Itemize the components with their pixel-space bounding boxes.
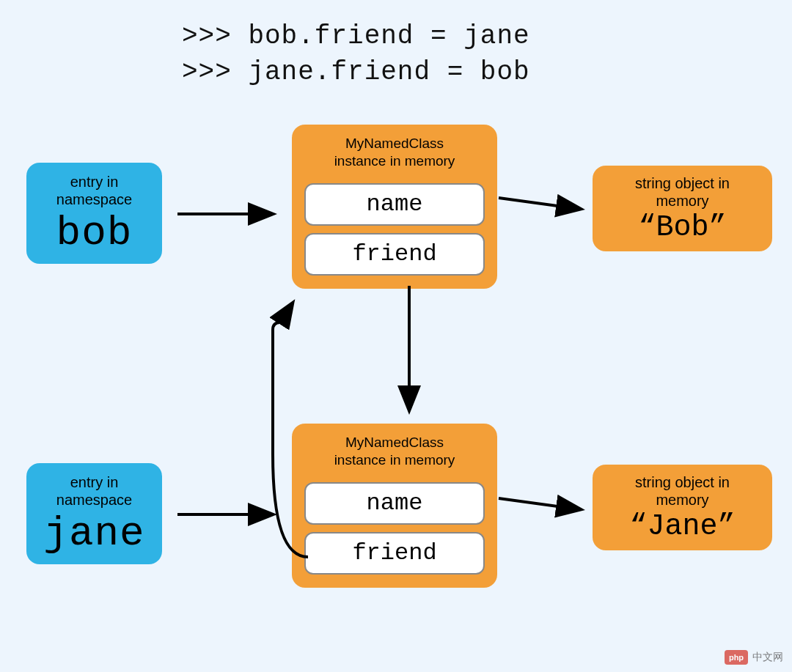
namespace-label: entry in namespace bbox=[56, 173, 132, 208]
namespace-entry-bob: entry in namespace bob bbox=[26, 163, 162, 264]
string-label: string object in memory bbox=[635, 473, 730, 509]
string-label: string object in memory bbox=[635, 174, 730, 210]
arrow-jane-name-to-string bbox=[499, 498, 579, 509]
string-box-bob: string object in memory “Bob” bbox=[593, 166, 772, 251]
watermark-logo: php bbox=[725, 650, 748, 665]
namespace-var-bob: bob bbox=[56, 210, 133, 256]
string-value-bob: “Bob” bbox=[638, 211, 726, 244]
instance-label: MyNamedClass instance in memory bbox=[334, 434, 455, 469]
attr-friend: friend bbox=[304, 532, 485, 575]
namespace-entry-jane: entry in namespace jane bbox=[26, 463, 162, 564]
string-value-jane: “Jane” bbox=[629, 510, 735, 543]
instance-box-jane: MyNamedClass instance in memory name fri… bbox=[292, 424, 497, 588]
attr-name: name bbox=[304, 183, 485, 226]
instance-label: MyNamedClass instance in memory bbox=[334, 135, 455, 170]
code-block: >>> bob.friend = jane >>> jane.friend = … bbox=[182, 19, 530, 90]
string-box-jane: string object in memory “Jane” bbox=[593, 465, 772, 550]
arrow-bob-name-to-string bbox=[499, 198, 579, 209]
attr-name: name bbox=[304, 482, 485, 525]
namespace-var-jane: jane bbox=[43, 510, 144, 557]
code-line-1: >>> bob.friend = jane bbox=[182, 19, 530, 55]
attr-friend: friend bbox=[304, 233, 485, 276]
watermark-text: 中文网 bbox=[752, 651, 783, 664]
namespace-label: entry in namespace bbox=[56, 473, 132, 509]
instance-box-bob: MyNamedClass instance in memory name fri… bbox=[292, 125, 497, 289]
watermark: php 中文网 bbox=[725, 650, 783, 665]
code-line-2: >>> jane.friend = bob bbox=[182, 55, 530, 91]
